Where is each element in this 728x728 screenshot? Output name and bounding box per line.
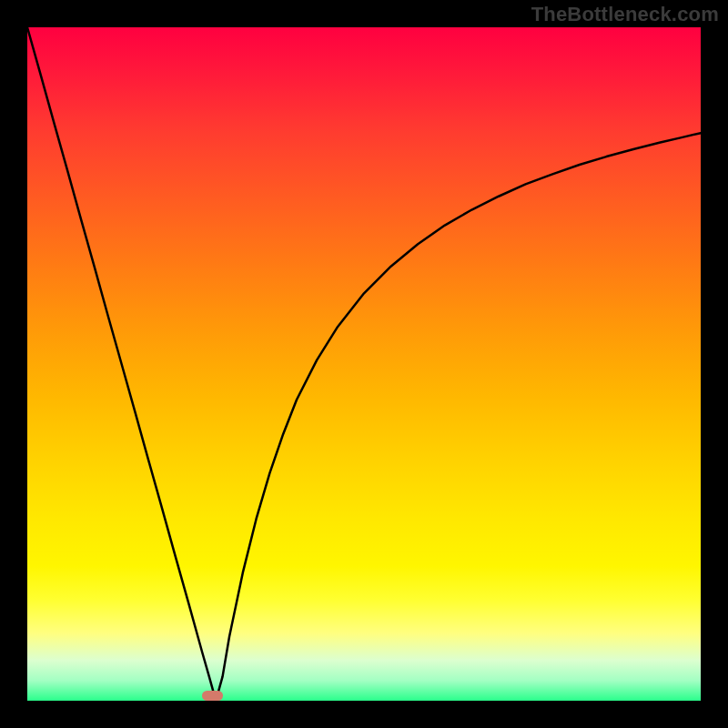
curves-svg <box>27 27 701 701</box>
right-branch-curve <box>216 133 701 701</box>
chart-canvas: TheBottleneck.com <box>0 0 728 728</box>
watermark-label: TheBottleneck.com <box>531 3 719 26</box>
left-branch-curve <box>27 27 216 701</box>
bottom-notch-marker <box>202 691 222 701</box>
